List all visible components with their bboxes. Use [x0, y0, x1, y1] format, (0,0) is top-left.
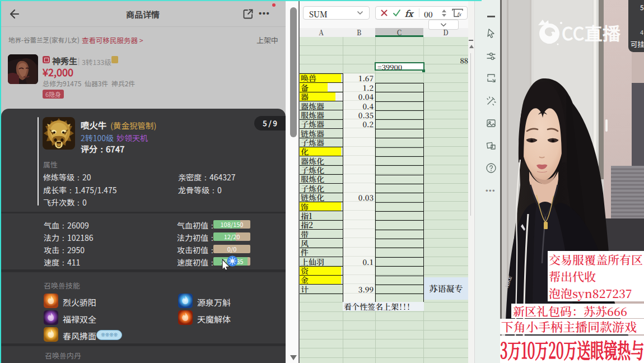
svg-text:4: 4 — [640, 27, 643, 36]
svg-text:CC直播: CC直播 — [562, 20, 621, 45]
svg-text:5: 5 — [640, 2, 644, 12]
svg-text:fx: fx — [457, 11, 462, 17]
svg-text:可挂: 可挂 — [631, 39, 644, 49]
